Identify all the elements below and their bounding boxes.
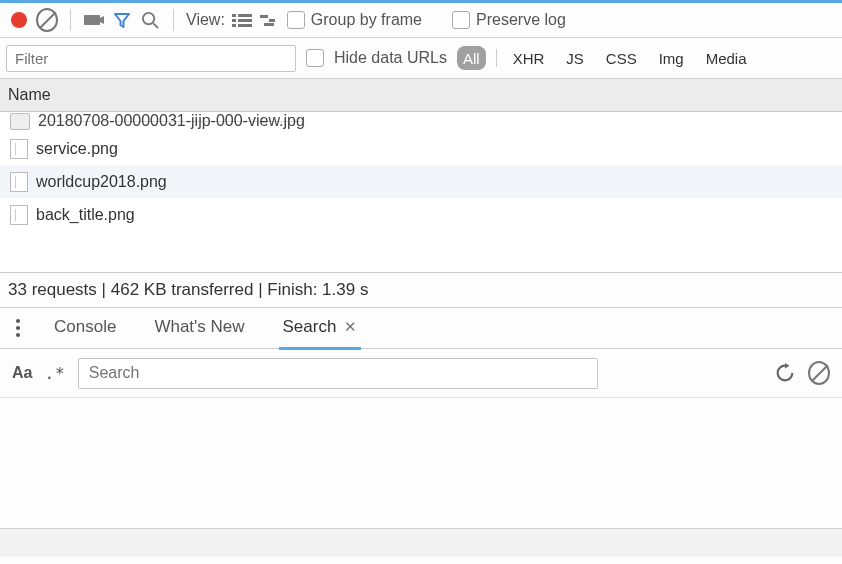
file-name: back_title.png — [36, 206, 135, 224]
svg-line-2 — [153, 23, 158, 28]
finish-time: Finish: 1.39 s — [267, 280, 368, 300]
search-input[interactable] — [78, 358, 598, 389]
column-header[interactable]: Name — [0, 79, 842, 112]
separator — [496, 49, 497, 67]
preserve-log-label: Preserve log — [476, 11, 566, 29]
match-case-toggle[interactable]: Aa — [12, 364, 32, 382]
tab-console[interactable]: Console — [50, 307, 120, 350]
search-icon[interactable] — [139, 9, 161, 31]
file-name: 20180708-00000031-jijp-000-view.jpg — [38, 112, 305, 130]
file-generic-icon — [10, 172, 28, 192]
request-list: 20180708-00000031-jijp-000-view.jpg serv… — [0, 112, 842, 272]
svg-rect-9 — [260, 15, 268, 18]
refresh-button[interactable] — [774, 362, 796, 384]
drawer-menu-icon[interactable] — [16, 318, 20, 338]
transferred-size: 462 KB transferred — [111, 280, 254, 300]
svg-rect-7 — [232, 24, 236, 27]
status-bar: 33 requests | 462 KB transferred | Finis… — [0, 272, 842, 308]
type-filter-css[interactable]: CSS — [600, 46, 643, 70]
svg-rect-8 — [238, 24, 252, 27]
view-label: View: — [186, 11, 225, 29]
type-filter-media[interactable]: Media — [700, 46, 753, 70]
requests-count: 33 requests — [8, 280, 97, 300]
separator — [173, 9, 174, 31]
regex-toggle[interactable]: .* — [44, 364, 65, 383]
column-name: Name — [8, 86, 51, 104]
svg-rect-6 — [238, 19, 252, 22]
file-image-icon — [10, 113, 30, 130]
file-name: service.png — [36, 140, 118, 158]
svg-rect-3 — [232, 14, 236, 17]
hide-data-urls-checkbox[interactable] — [306, 49, 324, 67]
svg-rect-10 — [269, 19, 275, 22]
svg-rect-4 — [238, 14, 252, 17]
large-rows-icon[interactable] — [231, 9, 253, 31]
drawer-tabs: Console What's New Search ✕ — [0, 308, 842, 349]
svg-point-1 — [142, 12, 153, 23]
filter-bar: Hide data URLs All XHR JS CSS Img Media — [0, 38, 842, 79]
tab-search[interactable]: Search ✕ — [279, 307, 362, 350]
file-generic-icon — [10, 205, 28, 225]
svg-rect-5 — [232, 19, 236, 22]
type-filter-all[interactable]: All — [457, 46, 486, 70]
overview-toggle-icon[interactable] — [259, 9, 281, 31]
group-by-frame-checkbox[interactable] — [287, 11, 305, 29]
type-filter-img[interactable]: Img — [653, 46, 690, 70]
hide-data-urls-label: Hide data URLs — [334, 49, 447, 67]
filter-toggle-icon[interactable] — [111, 9, 133, 31]
clear-search-button[interactable] — [808, 362, 830, 384]
filter-input[interactable] — [6, 45, 296, 72]
file-generic-icon — [10, 139, 28, 159]
network-toolbar: View: Group by frame Preserve log — [0, 0, 842, 38]
type-filter-js[interactable]: JS — [560, 46, 590, 70]
table-row[interactable]: 20180708-00000031-jijp-000-view.jpg — [0, 112, 842, 132]
bottom-bar — [0, 528, 842, 557]
clear-button[interactable] — [36, 9, 58, 31]
file-name: worldcup2018.png — [36, 173, 167, 191]
search-bar: Aa .* — [0, 349, 842, 398]
type-filter-xhr[interactable]: XHR — [507, 46, 551, 70]
preserve-log-checkbox[interactable] — [452, 11, 470, 29]
record-button[interactable] — [8, 9, 30, 31]
svg-rect-11 — [264, 23, 274, 26]
svg-rect-0 — [84, 15, 100, 25]
table-row[interactable]: worldcup2018.png — [0, 165, 842, 198]
close-tab-icon[interactable]: ✕ — [344, 318, 357, 336]
table-row[interactable]: back_title.png — [0, 198, 842, 231]
search-results — [0, 398, 842, 518]
group-by-frame-label: Group by frame — [311, 11, 422, 29]
capture-screenshots-icon[interactable] — [83, 9, 105, 31]
table-row[interactable]: service.png — [0, 132, 842, 165]
tab-whats-new[interactable]: What's New — [150, 307, 248, 350]
separator — [70, 9, 71, 31]
